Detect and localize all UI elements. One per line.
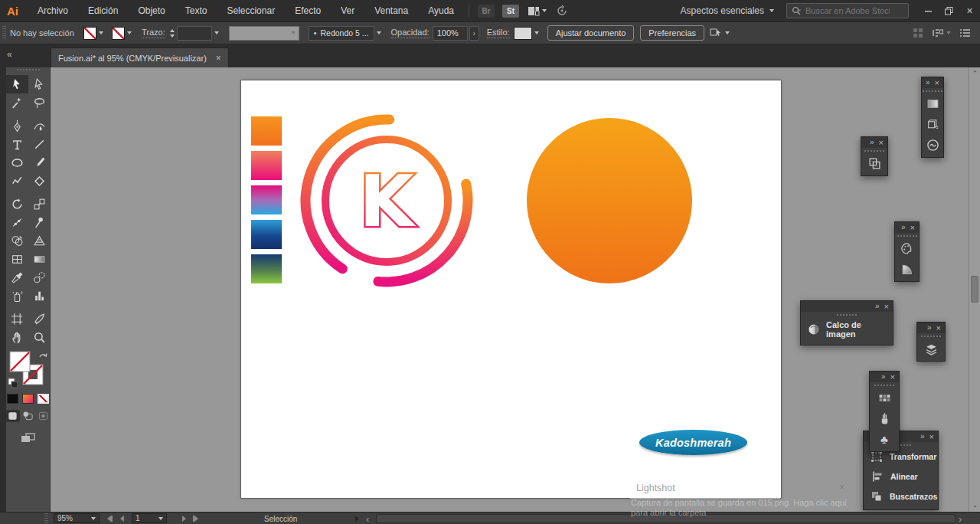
menu-item-ver[interactable]: Ver: [331, 0, 364, 21]
default-fill-stroke-icon[interactable]: [8, 378, 18, 388]
menu-item-objeto[interactable]: Objeto: [128, 0, 175, 21]
tool-gradient[interactable]: [28, 250, 51, 268]
stepper-up-icon[interactable]: [170, 29, 175, 32]
last-artboard-button[interactable]: [193, 513, 198, 524]
tool-mesh[interactable]: [6, 250, 28, 268]
cc-libraries-icon[interactable]: [925, 138, 940, 152]
stock-badge[interactable]: St: [502, 5, 519, 18]
panel-tab-pathfinder[interactable]: Buscatrazos: [864, 486, 938, 506]
tool-shaper[interactable]: [6, 172, 28, 190]
panel-tab-align[interactable]: Alinear: [864, 467, 938, 486]
close-panel-icon[interactable]: ×: [884, 303, 889, 311]
menu-item-texto[interactable]: Texto: [175, 0, 217, 21]
expand-panel-icon[interactable]: »: [901, 224, 905, 231]
fill-stroke-control[interactable]: [6, 349, 51, 392]
panel-grip[interactable]: [897, 235, 917, 237]
close-panel-icon[interactable]: ×: [910, 224, 915, 232]
orange-circle-artwork[interactable]: [527, 118, 692, 283]
stepper-down-icon[interactable]: [170, 34, 175, 38]
tool-perspective-grid[interactable]: [28, 231, 51, 250]
tool-direct-selection[interactable]: [28, 75, 51, 93]
gradient-swatch-icon[interactable]: [925, 97, 940, 110]
gradient-button[interactable]: [22, 394, 34, 404]
swap-fill-stroke-icon[interactable]: [40, 354, 47, 358]
collapse-tools-icon[interactable]: «: [7, 49, 11, 60]
tool-line-segment[interactable]: [28, 135, 51, 153]
expand-panel-icon[interactable]: »: [881, 373, 885, 381]
tool-artboard[interactable]: [6, 309, 28, 328]
brand-logo[interactable]: Kadoshmerah: [639, 430, 747, 455]
tool-hand[interactable]: [6, 328, 28, 346]
menu-item-ventana[interactable]: Ventana: [364, 0, 418, 21]
scroll-up-icon[interactable]: ⌃: [971, 70, 979, 77]
stroke-weight-label[interactable]: Trazo:: [142, 28, 165, 38]
chevron-down-icon[interactable]: [534, 31, 539, 34]
tool-selection[interactable]: [6, 75, 28, 93]
panel-menu-icon[interactable]: [959, 28, 971, 38]
restore-button[interactable]: [939, 0, 959, 21]
scroll-right-icon[interactable]: ›: [959, 513, 962, 524]
tool-eraser[interactable]: [28, 172, 51, 190]
stroke-weight-input[interactable]: [177, 26, 212, 41]
close-panel-icon[interactable]: ×: [935, 79, 939, 87]
search-input[interactable]: [805, 6, 890, 15]
brushes-icon[interactable]: [877, 411, 892, 425]
panel-grip[interactable]: [864, 150, 884, 152]
select-similar-button[interactable]: [709, 27, 730, 39]
tool-scale[interactable]: [28, 195, 51, 213]
screen-mode-button[interactable]: [6, 431, 50, 444]
draw-inside-button[interactable]: [36, 410, 50, 422]
color-guide-icon[interactable]: [900, 241, 915, 255]
opacity-input[interactable]: 100%: [433, 26, 468, 41]
artboard[interactable]: K Kadoshmerah: [241, 80, 781, 498]
menu-item-efecto[interactable]: Efecto: [285, 0, 331, 21]
close-panel-icon[interactable]: ×: [936, 324, 941, 332]
close-button[interactable]: ×: [959, 0, 980, 21]
tool-symbol-sprayer[interactable]: [6, 287, 28, 305]
tool-puppet-warp[interactable]: [28, 213, 51, 231]
tool-curvature[interactable]: [28, 116, 51, 135]
zoom-level-dropdown[interactable]: 95%: [54, 513, 100, 523]
arrange-documents-button[interactable]: [528, 5, 547, 17]
app-logo[interactable]: Ai: [0, 5, 28, 18]
fill-color-swatch[interactable]: [83, 27, 96, 40]
tool-pen[interactable]: [6, 116, 28, 135]
panel-grip[interactable]: [837, 314, 857, 316]
artboards-icon[interactable]: [867, 156, 882, 170]
opacity-flyout-button[interactable]: ›: [469, 26, 479, 41]
close-panel-icon[interactable]: ×: [929, 433, 934, 441]
menu-item-edicion[interactable]: Edición: [78, 0, 128, 21]
none-button[interactable]: [38, 394, 49, 404]
artboard-navigation-dropdown[interactable]: 1: [132, 513, 167, 523]
expand-panel-icon[interactable]: »: [870, 139, 874, 146]
panel-grip[interactable]: [874, 385, 894, 386]
tool-lasso[interactable]: [28, 93, 51, 112]
tool-rotate[interactable]: [6, 195, 28, 213]
stock-search[interactable]: [786, 3, 909, 18]
opacity-label[interactable]: Opacidad:: [391, 28, 430, 38]
expand-panel-icon[interactable]: »: [926, 79, 929, 87]
minimize-button[interactable]: [918, 0, 939, 21]
vertical-scroll-thumb[interactable]: [971, 276, 978, 303]
k-logo-letter[interactable]: K: [359, 161, 416, 243]
bridge-badge[interactable]: Br: [478, 5, 495, 18]
scroll-left-icon[interactable]: ‹: [366, 513, 369, 524]
panel-grip[interactable]: [923, 90, 942, 92]
tool-paintbrush[interactable]: [28, 153, 51, 172]
brush-definition-dropdown[interactable]: • Redondo 5 ...: [309, 26, 374, 41]
tool-type[interactable]: [6, 135, 28, 153]
tool-blend[interactable]: [28, 268, 51, 287]
close-panel-icon[interactable]: ×: [879, 139, 884, 147]
document-tab[interactable]: Fusion.ai* al 95% (CMYK/Previsualizar) ×: [51, 47, 229, 67]
grid-view-icon[interactable]: [913, 28, 923, 38]
symbols-icon[interactable]: ♣: [877, 432, 892, 446]
tab-close-icon[interactable]: ×: [216, 53, 221, 64]
tool-magic-wand[interactable]: [6, 93, 28, 112]
panel-dock-button[interactable]: [932, 28, 951, 38]
panel-grip[interactable]: [921, 336, 941, 337]
appearance-icon[interactable]: [925, 117, 940, 131]
tool-zoom[interactable]: [28, 328, 51, 346]
tool-eyedropper[interactable]: [6, 268, 28, 287]
fit-document-button[interactable]: Ajustar documento: [547, 25, 635, 41]
menu-item-seleccionar[interactable]: Seleccionar: [217, 0, 285, 21]
